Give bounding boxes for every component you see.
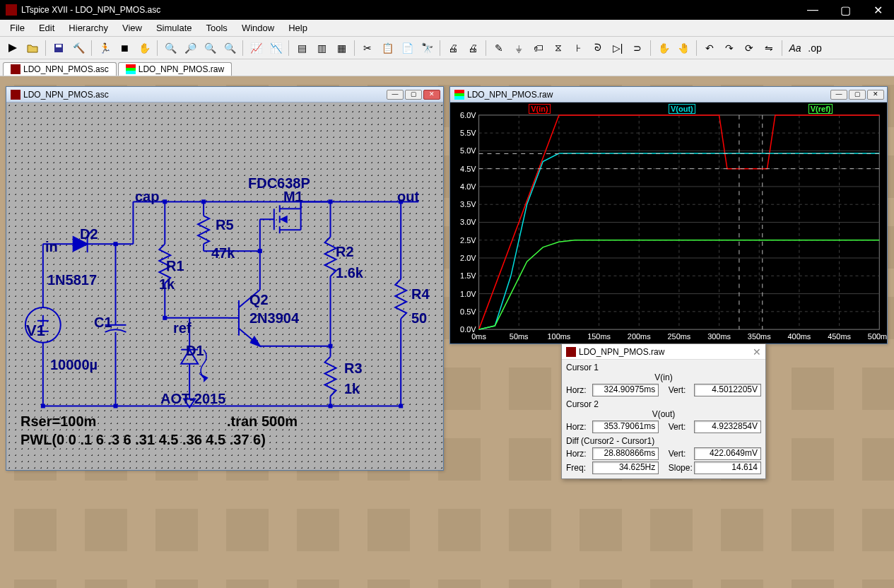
legend-vout[interactable]: V(out): [669, 104, 695, 114]
ground-icon[interactable]: ⏚: [510, 40, 527, 57]
plot-canvas[interactable]: 0.0V0.5V1.0V1.5V2.0V2.5V3.0V3.5V4.0V4.5V…: [450, 102, 887, 343]
tile-horz-icon[interactable]: ▤: [293, 40, 310, 57]
minimize-button[interactable]: —: [796, 0, 829, 20]
menu-window[interactable]: Window: [235, 21, 281, 35]
net-label-in: in: [45, 239, 58, 255]
cursor1-vert-value[interactable]: 4.5012205V: [694, 384, 761, 396]
diode-icon[interactable]: ▷|: [609, 40, 626, 57]
svg-text:50ms: 50ms: [510, 332, 529, 341]
comp-label-r3: R3: [344, 360, 363, 377]
spice-directive-tran: .tran 500m: [227, 413, 298, 430]
resistor-icon[interactable]: ⧖: [550, 40, 567, 57]
svg-text:0.5V: 0.5V: [460, 307, 476, 316]
sch-maximize-button[interactable]: ▢: [405, 90, 422, 100]
capacitor-icon[interactable]: ⊦: [570, 40, 587, 57]
svg-rect-17: [114, 242, 117, 245]
zoom-off-icon[interactable]: 🔍: [221, 40, 238, 57]
svg-text:400ms: 400ms: [788, 332, 811, 341]
diff-vert-label: Vert:: [669, 449, 695, 459]
legend-vin[interactable]: V(in): [529, 104, 550, 114]
menu-simulate[interactable]: Simulate: [149, 21, 199, 35]
cursor1-signal[interactable]: V(in): [566, 372, 761, 382]
move-icon[interactable]: ✋: [655, 40, 672, 57]
component-icon[interactable]: ⊃: [629, 40, 646, 57]
redo-icon[interactable]: ↷: [721, 40, 738, 57]
zoom-in-icon[interactable]: 🔍: [162, 40, 179, 57]
hammer-icon[interactable]: 🔨: [70, 40, 87, 57]
autorange2-icon[interactable]: 📉: [267, 40, 284, 57]
cursor2-horz-value[interactable]: 353.79061ms: [592, 421, 659, 433]
zoom-fit-icon[interactable]: 🔍: [201, 40, 218, 57]
cursor1-horz-value[interactable]: 324.90975ms: [592, 384, 659, 396]
cursor-window-close[interactable]: ✕: [753, 346, 761, 358]
tab-schematic[interactable]: LDO_NPN_PMOS.asc: [3, 62, 117, 76]
diff-label: Diff (Cursor2 - Cursor1): [566, 436, 761, 446]
tile-vert-icon[interactable]: ▥: [313, 40, 330, 57]
schematic-icon: [11, 90, 20, 100]
schematic-icon: [11, 64, 20, 74]
diff-horz-label: Horz:: [566, 449, 592, 459]
open-button[interactable]: [24, 40, 41, 57]
cursor-window-titlebar[interactable]: LDO_NPN_PMOS.raw ✕: [562, 344, 765, 360]
svg-text:350ms: 350ms: [748, 332, 771, 341]
run-button[interactable]: [4, 40, 21, 57]
menu-help[interactable]: Help: [281, 21, 314, 35]
menu-hierarchy[interactable]: Hierarchy: [61, 21, 115, 35]
undo-icon[interactable]: ↶: [701, 40, 718, 57]
cursor1-horz-label: Horz:: [566, 385, 592, 395]
schematic-titlebar[interactable]: LDO_NPN_PMOS.asc — ▢ ✕: [6, 87, 443, 102]
svg-text:3.0V: 3.0V: [460, 218, 476, 226]
svg-marker-50: [281, 216, 287, 222]
tab-waveform[interactable]: LDO_NPN_PMOS.raw: [118, 62, 232, 76]
label-icon[interactable]: 🏷: [530, 40, 547, 57]
drag-icon[interactable]: 🤚: [675, 40, 692, 57]
cursor2-vert-value[interactable]: 4.9232854V: [694, 421, 761, 433]
schematic-canvas[interactable]: in D2 1N5817 V1 C1 10000µ cap R1 1k ref …: [6, 102, 443, 470]
sch-minimize-button[interactable]: —: [387, 90, 404, 100]
stop-icon[interactable]: ⏹: [116, 40, 133, 57]
wire-icon[interactable]: ✎: [490, 40, 507, 57]
zoom-out-icon[interactable]: 🔎: [182, 40, 199, 57]
cursor2-signal[interactable]: V(out): [566, 409, 761, 419]
pan-icon[interactable]: ✋: [136, 40, 153, 57]
sch-close-button[interactable]: ✕: [423, 90, 440, 100]
maximize-button[interactable]: ▢: [829, 0, 861, 20]
mirror-icon[interactable]: ⇋: [760, 40, 777, 57]
cut-icon[interactable]: ✂: [359, 40, 376, 57]
svg-rect-65: [114, 404, 117, 407]
close-button[interactable]: ✕: [861, 0, 894, 20]
cursor2-vert-label: Vert:: [669, 422, 695, 432]
svg-marker-0: [8, 44, 17, 52]
paste-icon[interactable]: 📄: [399, 40, 416, 57]
plot-minimize-button[interactable]: —: [830, 90, 847, 100]
value-label-r4: 50: [411, 310, 427, 327]
runner-icon[interactable]: 🏃: [96, 40, 113, 57]
plot-window: LDO_NPN_PMOS.raw — ▢ ✕ 0.0V0.5V1.0V1.5V2…: [449, 86, 888, 344]
part-label-d1: AOT-2015: [160, 391, 225, 407]
svg-marker-34: [251, 337, 260, 346]
plot-titlebar[interactable]: LDO_NPN_PMOS.raw — ▢ ✕: [450, 87, 887, 102]
cursor-window[interactable]: LDO_NPN_PMOS.raw ✕ Cursor 1 V(in) Horz: …: [561, 343, 766, 479]
spice-directive-icon[interactable]: .op: [806, 40, 823, 57]
plot-close-button[interactable]: ✕: [867, 90, 884, 100]
menu-file[interactable]: File: [3, 21, 32, 35]
menu-edit[interactable]: Edit: [32, 21, 61, 35]
legend-vref[interactable]: V(ref): [808, 104, 833, 114]
plot-maximize-button[interactable]: ▢: [849, 90, 866, 100]
print-icon[interactable]: 🖨: [445, 40, 461, 57]
svg-text:4.5V: 4.5V: [460, 165, 476, 173]
autorange-icon[interactable]: 📈: [247, 40, 264, 57]
menu-tools[interactable]: Tools: [199, 21, 235, 35]
find-icon[interactable]: 🔭: [418, 40, 435, 57]
save-button[interactable]: [50, 40, 67, 57]
inductor-icon[interactable]: ᘐ: [589, 40, 606, 57]
menu-view[interactable]: View: [115, 21, 149, 35]
tile-cascade-icon[interactable]: ▦: [333, 40, 350, 57]
text-icon[interactable]: Aa: [787, 40, 804, 57]
comp-label-r5: R5: [216, 217, 234, 233]
print-setup-icon[interactable]: 🖨: [464, 40, 481, 57]
rotate-icon[interactable]: ⟳: [741, 40, 758, 57]
svg-text:1.0V: 1.0V: [460, 290, 476, 298]
svg-rect-21: [163, 200, 166, 203]
copy-icon[interactable]: 📋: [379, 40, 396, 57]
